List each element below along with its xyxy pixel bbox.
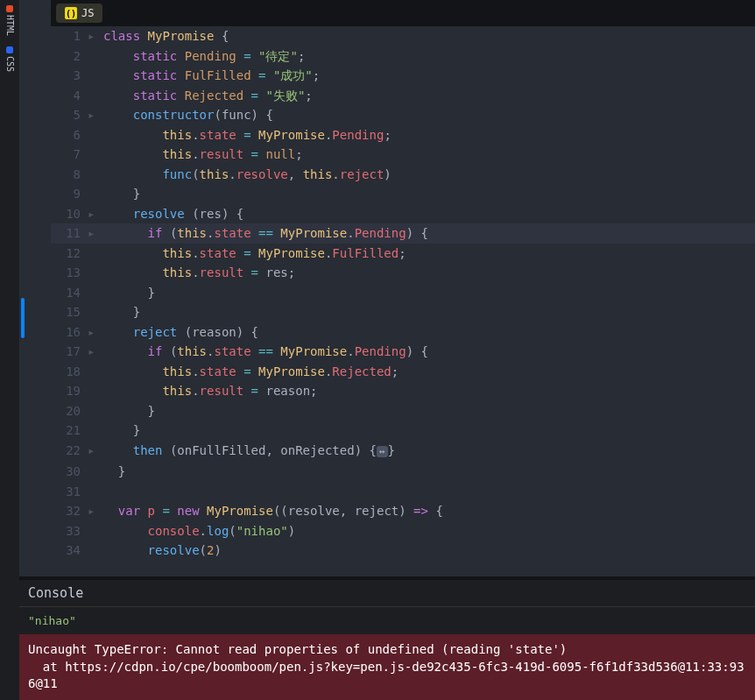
- line-number: 9: [51, 184, 88, 204]
- code-text: resolve (res) {: [100, 204, 243, 224]
- code-text: if (this.state == MyPromise.Pending) {: [100, 342, 428, 362]
- code-line[interactable]: 12 this.state = MyPromise.FulFilled;: [51, 244, 755, 264]
- code-text: static Pending = "待定";: [100, 46, 305, 67]
- code-line[interactable]: 3 static FulFilled = "成功";: [51, 66, 755, 86]
- code-line[interactable]: 19 this.result = reason;: [51, 381, 755, 401]
- code-line[interactable]: 2 static Pending = "待定";: [51, 46, 755, 67]
- line-number: 7: [51, 145, 88, 165]
- console-output: "nihao": [19, 606, 755, 634]
- fold-icon: [88, 125, 100, 145]
- line-number: 32: [51, 501, 88, 521]
- code-text: var p = new MyPromise((resolve, reject) …: [100, 501, 443, 521]
- code-line[interactable]: 11▸ if (this.state == MyPromise.Pending)…: [51, 223, 755, 244]
- code-line[interactable]: 5▸ constructor(func) {: [51, 105, 755, 125]
- line-number: 11: [51, 223, 88, 244]
- code-line[interactable]: 22▸ then (onFullFilled, onRejected) {↔}: [51, 441, 755, 463]
- code-line[interactable]: 1▸class MyPromise {: [51, 26, 755, 46]
- fold-icon: [88, 66, 100, 86]
- code-line[interactable]: 21 }: [51, 421, 755, 441]
- fold-icon[interactable]: ▸: [88, 223, 100, 244]
- line-number: 31: [51, 482, 88, 502]
- code-text: }: [100, 283, 155, 303]
- code-text: then (onFullFilled, onRejected) {↔}: [100, 441, 395, 463]
- fold-icon[interactable]: ▸: [88, 322, 100, 343]
- line-number: 12: [51, 244, 88, 264]
- js-icon: (): [65, 7, 77, 19]
- code-editor[interactable]: 1▸class MyPromise {2 static Pending = "待…: [51, 26, 755, 576]
- js-editor: () JS 1▸class MyPromise {2 static Pendin…: [51, 0, 755, 576]
- tab-js-label: JS: [81, 7, 94, 19]
- fold-icon: [88, 421, 100, 441]
- fold-icon: [88, 46, 100, 67]
- code-line[interactable]: 9 }: [51, 184, 755, 204]
- console-title[interactable]: Console: [19, 580, 755, 606]
- line-number: 19: [51, 381, 88, 401]
- fold-icon: [88, 482, 100, 502]
- line-number: 18: [51, 362, 88, 382]
- code-text: func(this.resolve, this.reject): [100, 165, 392, 185]
- code-line[interactable]: 20 }: [51, 401, 755, 421]
- code-text: if (this.state == MyPromise.Pending) {: [100, 223, 428, 244]
- code-line[interactable]: 32▸ var p = new MyPromise((resolve, reje…: [51, 501, 755, 521]
- code-line[interactable]: 18 this.state = MyPromise.Rejected;: [51, 362, 755, 382]
- editor-tabbar: () JS: [51, 0, 755, 26]
- line-number: 6: [51, 125, 88, 145]
- code-line[interactable]: 4 static Rejected = "失败";: [51, 86, 755, 106]
- line-number: 2: [51, 46, 88, 67]
- fold-icon: [88, 381, 100, 401]
- fold-icon: [88, 362, 100, 382]
- code-text: this.result = res;: [100, 263, 295, 283]
- fold-icon[interactable]: ▸: [88, 441, 100, 463]
- fold-icon: [88, 541, 100, 561]
- code-text: resolve(2): [100, 541, 222, 561]
- code-line[interactable]: 31: [51, 482, 755, 502]
- code-line[interactable]: 17▸ if (this.state == MyPromise.Pending)…: [51, 342, 755, 362]
- code-line[interactable]: 33 console.log("nihao"): [51, 521, 755, 541]
- code-line[interactable]: 7 this.result = null;: [51, 145, 755, 165]
- code-line[interactable]: 10▸ resolve (res) {: [51, 204, 755, 224]
- tab-js-active[interactable]: () JS: [56, 4, 102, 23]
- fold-icon: [88, 86, 100, 106]
- console-panel: Console "nihao" Uncaught TypeError: Cann…: [19, 576, 755, 700]
- fold-icon[interactable]: ▸: [88, 204, 100, 224]
- html-icon: [6, 5, 13, 12]
- main-panel: () JS 1▸class MyPromise {2 static Pendin…: [19, 0, 755, 700]
- code-line[interactable]: 13 this.result = res;: [51, 263, 755, 283]
- code-text: constructor(func) {: [100, 105, 273, 125]
- fold-icon[interactable]: ▸: [88, 501, 100, 521]
- fold-icon[interactable]: ▸: [88, 26, 100, 46]
- line-number: 21: [51, 421, 88, 441]
- code-line[interactable]: 30 }: [51, 462, 755, 482]
- code-line[interactable]: 8 func(this.resolve, this.reject): [51, 165, 755, 185]
- fold-icon[interactable]: ▸: [88, 342, 100, 362]
- code-text: this.state = MyPromise.Rejected;: [100, 362, 399, 382]
- line-number: 13: [51, 263, 88, 283]
- line-number: 5: [51, 105, 88, 125]
- code-text: static FulFilled = "成功";: [100, 66, 320, 86]
- code-text: console.log("nihao"): [100, 521, 295, 541]
- line-number: 33: [51, 521, 88, 541]
- code-line[interactable]: 34 resolve(2): [51, 541, 755, 561]
- code-text: }: [100, 401, 155, 421]
- fold-icon: [88, 283, 100, 303]
- code-line[interactable]: 14 }: [51, 283, 755, 303]
- fold-icon: [88, 302, 100, 322]
- fold-icon[interactable]: ▸: [88, 105, 100, 125]
- code-text: class MyPromise {: [100, 26, 229, 46]
- line-number: 8: [51, 165, 88, 185]
- tab-html-label: HTML: [5, 15, 15, 36]
- scroll-indicator[interactable]: [21, 298, 25, 338]
- tab-html[interactable]: HTML: [0, 0, 19, 41]
- code-line[interactable]: 16▸ reject (reason) {: [51, 322, 755, 343]
- console-error: Uncaught TypeError: Cannot read properti…: [19, 634, 755, 700]
- line-number: 4: [51, 86, 88, 106]
- line-number: 30: [51, 462, 88, 482]
- code-text: [100, 482, 103, 502]
- code-line[interactable]: 6 this.state = MyPromise.Pending;: [51, 125, 755, 145]
- fold-icon: [88, 462, 100, 482]
- line-number: 1: [51, 26, 88, 46]
- code-line[interactable]: 15 }: [51, 302, 755, 322]
- fold-icon: [88, 263, 100, 283]
- tab-css[interactable]: CSS: [0, 41, 19, 77]
- code-text: this.state = MyPromise.Pending;: [100, 125, 392, 145]
